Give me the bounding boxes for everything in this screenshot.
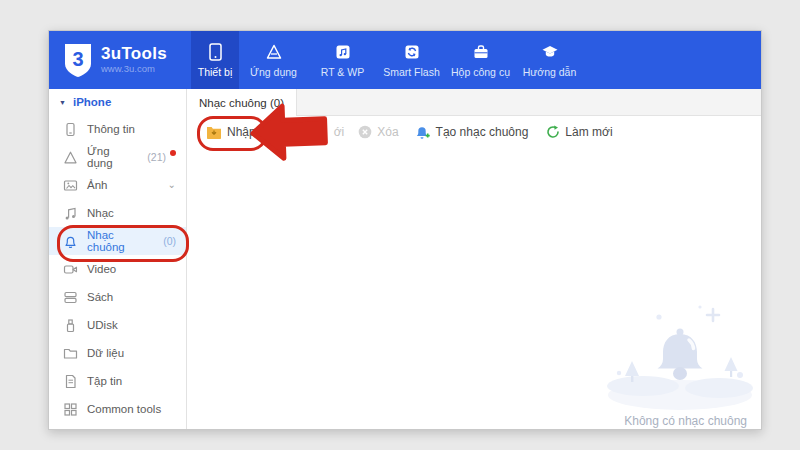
empty-state-message: Không có nhạc chuông (624, 414, 747, 428)
sidebar-item-video[interactable]: Video (49, 255, 186, 283)
document-icon (63, 374, 78, 389)
sidebar-item-ringtones[interactable]: Nhạc chuông (0) (49, 227, 186, 255)
refresh-button[interactable]: Làm mới (546, 125, 612, 139)
app-logo: 3 3uTools www.3u.com (49, 31, 191, 89)
nav-tab-label: Ứng dụng (250, 66, 297, 78)
import-button[interactable]: Nhập (206, 125, 256, 139)
sidebar-item-photos[interactable]: Ảnh ⌄ (49, 171, 186, 199)
device-name: iPhone (73, 96, 111, 108)
app-window: 3 3uTools www.3u.com Thiết bị Ứng dụng (48, 30, 762, 430)
nav-tab-label: RT & WP (321, 66, 364, 78)
sidebar-device-header[interactable]: ▼ iPhone (49, 89, 186, 115)
tab-strip: Nhạc chuông (0) (187, 89, 761, 116)
export-button[interactable]: ới (266, 125, 345, 139)
make-ringtone-button[interactable]: Tạo nhạc chuông (415, 125, 529, 140)
music-note-icon (63, 206, 78, 221)
nav-tab-label: Hướng dẫn (523, 66, 577, 78)
nav-tab-toolbox[interactable]: Hộp công cụ (446, 31, 515, 89)
nav-tab-label: Hộp công cụ (451, 66, 510, 78)
nav-tab-device[interactable]: Thiết bị (191, 31, 239, 89)
bell-icon (63, 234, 78, 249)
nav-tab-label: Thiết bị (198, 66, 232, 78)
sidebar-item-label: Nhạc chuông (87, 229, 154, 253)
sidebar-item-label: Sách (87, 291, 113, 303)
phone-info-icon (63, 122, 78, 137)
nav-tab-label: Smart Flash (383, 66, 440, 78)
bell-plus-icon (415, 125, 431, 140)
delete-circle-icon (358, 125, 372, 139)
refresh-icon (546, 125, 560, 139)
sidebar-item-label: Thông tin (87, 123, 135, 135)
grid-icon (63, 402, 78, 417)
main-panel: Nhạc chuông (0) Nhập ới Xóa (187, 89, 761, 429)
sidebar-item-label: Nhạc (87, 207, 114, 219)
photo-icon (63, 178, 78, 193)
nav-tab-smart-flash[interactable]: Smart Flash (377, 31, 446, 89)
sidebar-item-label: Ứng dụng (87, 145, 138, 169)
sidebar-item-count: (21) (147, 151, 166, 163)
sidebar-item-files[interactable]: Tập tin (49, 367, 186, 395)
nav-tab-guide[interactable]: Hướng dẫn (515, 31, 584, 89)
svg-text:3: 3 (72, 48, 83, 70)
nav-tab-rt-wp[interactable]: RT & WP (308, 31, 377, 89)
sidebar-item-common-tools[interactable]: Common tools (49, 395, 186, 423)
import-folder-icon (206, 125, 222, 139)
ringtone-toolbar: Nhập ới Xóa Tạo nhạc chuông L (187, 116, 761, 148)
books-icon (63, 290, 78, 305)
video-camera-icon (63, 262, 78, 277)
sidebar-item-label: Video (87, 263, 116, 275)
notification-dot (170, 150, 176, 156)
export-button-label-fragment: ới (334, 125, 345, 139)
sidebar-item-label: UDisk (87, 319, 118, 331)
main-nav: Thiết bị Ứng dụng RT & WP Smart Flash (191, 31, 584, 89)
sidebar-item-label: Ảnh (87, 179, 107, 191)
toolbox-icon (472, 43, 490, 61)
usb-disk-icon (63, 318, 78, 333)
sidebar-item-info[interactable]: Thông tin (49, 115, 186, 143)
logo-shield-icon: 3 (63, 42, 93, 78)
sidebar-item-label: Common tools (87, 403, 161, 415)
delete-button-label: Xóa (377, 125, 398, 139)
import-button-label: Nhập (227, 125, 256, 139)
ringtone-list-area: Không có nhạc chuông (187, 148, 761, 429)
chevron-down-icon[interactable]: ⌄ (168, 180, 176, 190)
sidebar-item-books[interactable]: Sách (49, 283, 186, 311)
sidebar-item-data[interactable]: Dữ liệu (49, 339, 186, 367)
delete-button[interactable]: Xóa (358, 125, 398, 139)
make-ringtone-label: Tạo nhạc chuông (436, 125, 529, 139)
sidebar-item-apps[interactable]: Ứng dụng (21) (49, 143, 186, 171)
empty-ringtone-illustration (605, 301, 755, 413)
sidebar-item-music[interactable]: Nhạc (49, 199, 186, 227)
sidebar-item-udisk[interactable]: UDisk (49, 311, 186, 339)
app-store-icon (265, 43, 283, 61)
folder-icon (63, 346, 78, 361)
nav-tab-apps[interactable]: Ứng dụng (239, 31, 308, 89)
sidebar: ▼ iPhone Thông tin Ứng dụng (21) Ảnh ⌄ (49, 89, 187, 429)
graduation-cap-icon (541, 43, 559, 61)
app-subtitle: www.3u.com (101, 64, 167, 74)
sidebar-item-label: Tập tin (87, 375, 122, 387)
ringtone-wallpaper-icon (334, 43, 352, 61)
device-icon (209, 43, 222, 61)
export-folder-icon (266, 125, 282, 139)
app-title: 3uTools (101, 45, 167, 64)
app-store-icon (63, 150, 78, 165)
smart-flash-icon (403, 43, 421, 61)
app-header: 3 3uTools www.3u.com Thiết bị Ứng dụng (49, 31, 761, 89)
sidebar-item-count: (0) (163, 235, 176, 247)
collapse-triangle-icon: ▼ (59, 99, 66, 106)
refresh-button-label: Làm mới (565, 125, 612, 139)
tab-ringtones[interactable]: Nhạc chuông (0) (187, 89, 297, 116)
sidebar-item-label: Dữ liệu (87, 347, 124, 359)
